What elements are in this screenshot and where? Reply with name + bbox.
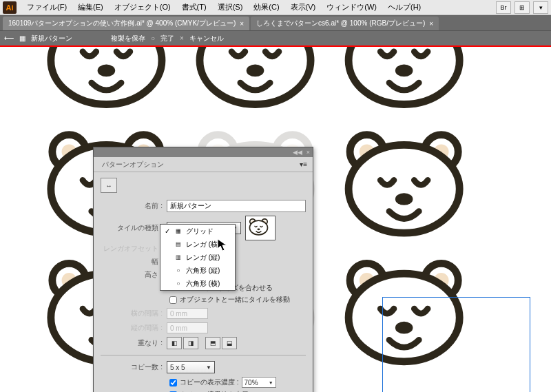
copies-label: コピー数 : [101,362,167,372]
dropdown-item-hex-v[interactable]: ○六角形 (縦) [160,264,235,277]
app-logo: Ai [3,1,17,14]
overlap-right-button[interactable]: ◨ [183,337,198,349]
hgap-label: 横の間隔 : [101,309,167,318]
panel-title: パターンオプション [99,158,167,171]
offset-label: レンガオフセット : [101,244,167,254]
menu-view[interactable]: 表示(V) [286,1,321,14]
brick-v-icon: ▥ [174,254,183,261]
pattern-edit-bar: ⟵ ▦ 新規パターン 複製を保存 ○ 完了 × キャンセル [0,30,551,45]
menu-select[interactable]: 選択(S) [213,1,248,14]
bridge-button[interactable]: Br [496,1,511,14]
overlap-buttons: ◧ ◨ ⬒ ⬓ [167,337,237,349]
copies-dropdown[interactable]: 5 x 5 ▼ [167,361,215,373]
dropdown-item-grid[interactable]: ✓▦グリッド [160,225,235,238]
back-icon[interactable]: ⟵ [4,34,14,42]
save-copy-button[interactable]: 複製を保存 [111,34,145,43]
width-label: 幅 : [101,257,167,267]
move-with-object-checkbox[interactable] [169,296,177,304]
dim-copies-checkbox[interactable] [169,379,177,386]
tiletype-label: タイルの種類 : [101,223,167,233]
overlap-left-button[interactable]: ◧ [167,337,182,349]
move-label: オブジェクトと一緒にタイルを移動 [180,295,290,305]
menu-edit[interactable]: 編集(E) [73,1,108,14]
canvas[interactable]: ◀◀ × パターンオプション ▾≡ ↔ 名前 : タイルの種類 : グリッド [0,47,551,392]
dropdown-item-hex-h[interactable]: ○六角形 (横) [160,277,235,290]
document-tabs: 160109パターンオプションの使い方作例.ai* @ 400% (CMYK/プ… [0,15,551,30]
panel-menu-icon[interactable]: ▾≡ [300,161,307,168]
copies-value: 5 x 5 [170,364,185,371]
menu-help[interactable]: ヘルプ(H) [383,1,426,14]
name-label: 名前 : [101,201,167,211]
dropdown-item-brick-h[interactable]: ▤レンガ (横) [160,238,235,251]
menu-bar: Ai ファイル(F) 編集(E) オブジェクト(O) 書式(T) 選択(S) 効… [0,0,551,15]
close-icon[interactable]: × [306,149,310,156]
vgap-label: 縦の間隔 : [101,323,167,333]
menu-effect[interactable]: 効果(C) [249,1,284,14]
menu-type[interactable]: 書式(T) [177,1,211,14]
overlap-bottom-button[interactable]: ⬓ [222,337,237,349]
menu-object[interactable]: オブジェクト(O) [110,1,176,14]
overlap-top-button[interactable]: ⬒ [205,337,220,349]
dim-value-dropdown[interactable]: 70%▼ [242,377,276,388]
chevron-down-icon: ▼ [206,364,211,371]
name-input[interactable] [167,200,306,212]
new-pattern-label: 新規パターン [31,34,72,43]
document-tab[interactable]: 160109パターンオプションの使い方作例.ai* @ 400% (CMYK/プ… [3,17,249,30]
tab-label: 160109パターンオプションの使い方作例.ai* @ 400% (CMYK/プ… [8,19,236,28]
selection-box [382,297,530,392]
pattern-icon: ▦ [19,34,25,42]
tiletype-dropdown-list[interactable]: ✓▦グリッド ▤レンガ (横) ▥レンガ (縦) ○六角形 (縦) ○六角形 (… [160,224,236,291]
brick-h-icon: ▤ [174,241,183,248]
panel-header[interactable]: ◀◀ × [94,147,313,157]
workspace-menu[interactable]: ▾ [533,1,548,14]
overlap-label: 重なり : [101,338,167,348]
vgap-value: 0 mm [167,322,208,333]
cancel-button[interactable]: キャンセル [189,34,224,43]
grid-icon: ▦ [174,228,183,235]
menu-file[interactable]: ファイル(F) [22,1,72,14]
dropdown-item-brick-v[interactable]: ▥レンガ (縦) [160,251,235,264]
collapse-icon[interactable]: ◀◀ [293,149,302,156]
tile-tool-button[interactable]: ↔ [101,178,117,193]
hex-icon: ○ [174,267,183,274]
tab-label: しろくまでパターンcs6.ai* @ 100% (RGB/プレビュー) [256,19,425,28]
dim-label: コピーの表示濃度 : [180,378,239,387]
menu-window[interactable]: ウィンドウ(W) [322,1,382,14]
close-icon[interactable]: × [429,20,433,28]
height-label: 高さ : [101,270,167,280]
hex-icon: ○ [174,280,183,287]
done-button[interactable]: 完了 [160,34,174,43]
workspace-button[interactable]: ⊞ [514,1,530,14]
close-icon[interactable]: × [240,20,244,28]
document-tab[interactable]: しろくまでパターンcs6.ai* @ 100% (RGB/プレビュー) × [251,17,439,30]
hgap-value: 0 mm [167,308,208,319]
tile-preview [245,216,276,240]
